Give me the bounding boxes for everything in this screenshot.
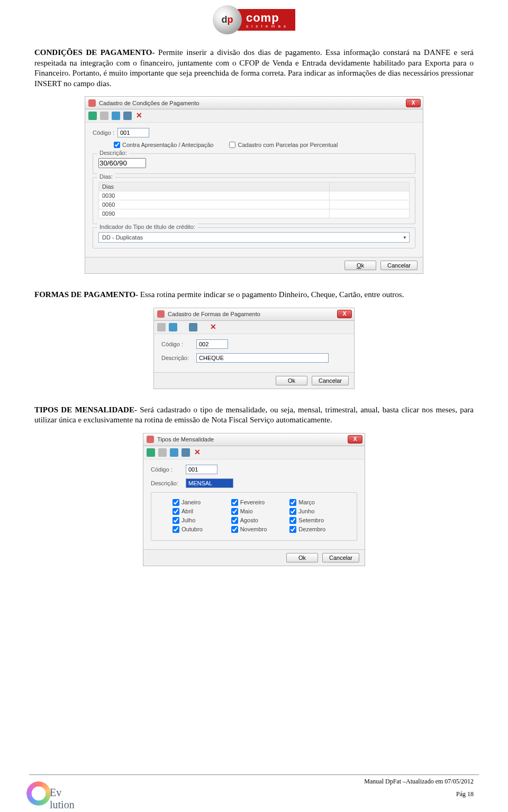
table-row[interactable]: 0060 [99, 200, 410, 209]
codigo-input[interactable] [186, 465, 217, 474]
delete-icon[interactable]: ✕ [209, 323, 217, 331]
chk-month[interactable]: Fevereiro [231, 499, 277, 506]
db-icon[interactable] [189, 323, 197, 331]
chk-month[interactable]: Janeiro [173, 499, 219, 506]
chk-month[interactable]: Novembro [231, 526, 277, 533]
month-label: Fevereiro [240, 499, 265, 505]
dias-table-header: Dias [99, 182, 330, 191]
ok-button[interactable]: Ok [276, 376, 307, 385]
codigo-label: Código : [161, 341, 193, 347]
dialog-condicoes-pagamento: Cadastro de Condições de Pagamento X ✕ C… [85, 96, 423, 274]
chk-marco[interactable] [289, 499, 296, 506]
chk-month[interactable]: Março [289, 499, 335, 506]
dias-cell: 0030 [99, 191, 330, 200]
group-indicador: Indicador do Tipo de título de crédito: … [93, 227, 415, 248]
chevron-down-icon: ▼ [403, 235, 407, 240]
save-icon[interactable] [88, 112, 97, 120]
chk-novembro[interactable] [231, 526, 238, 533]
dialog-title: Cadastro de Condições de Pagamento [99, 100, 406, 106]
indicador-dropdown[interactable]: DD - Duplicatas ▼ [98, 232, 410, 243]
delete-icon[interactable]: ✕ [135, 112, 143, 120]
logo-letter-p: p [227, 14, 233, 25]
dpcomp-logo: dp comp s i s t e m a s [34, 5, 474, 34]
section-formas-pagamento: FORMAS DE PAGAMENTO- Essa rotina permite… [34, 290, 474, 300]
print-icon[interactable] [100, 112, 108, 120]
month-label: Agosto [240, 517, 258, 523]
chk-contra-input[interactable] [114, 142, 120, 148]
chk-contra-label: Contra Apresentação / Antecipação [122, 142, 213, 148]
chk-outubro[interactable] [173, 526, 179, 533]
table-row[interactable]: 0030 [99, 191, 410, 200]
chk-maio[interactable] [231, 508, 238, 515]
chk-dezembro[interactable] [289, 526, 296, 533]
heading-condicoes: CONDIÇÕES DE PAGAMENTO- [34, 48, 155, 57]
chk-month[interactable]: Setembro [289, 517, 335, 524]
section-tipos-mensalidade: TIPOS DE MENSALIDADE- Será cadastrado o … [34, 405, 474, 426]
chk-setembro[interactable] [289, 517, 296, 524]
dias-table[interactable]: Dias 0030 0060 0090 [98, 182, 410, 218]
chk-month[interactable]: Julho [173, 517, 219, 524]
ok-button[interactable]: Ok [286, 553, 318, 562]
logo-sistemas-text: s i s t e m a s [246, 24, 287, 29]
codigo-label: Código : [93, 130, 114, 136]
descricao-input[interactable] [98, 158, 146, 168]
chk-julho[interactable] [173, 517, 179, 524]
print-icon[interactable] [158, 448, 167, 457]
search-icon[interactable] [112, 112, 120, 120]
chk-parcelas-percentual[interactable]: Cadastro com Parcelas por Percentual [229, 142, 338, 148]
ok-button[interactable]: Ok [344, 261, 376, 270]
heading-formas: FORMAS DE PAGAMENTO- [34, 290, 138, 299]
evolution-text: Ev lution [50, 787, 85, 811]
month-label: Setembro [298, 517, 324, 523]
chk-fevereiro[interactable] [231, 499, 238, 506]
chk-month[interactable]: Junho [289, 508, 335, 515]
footer-divider [29, 774, 479, 775]
chk-parcelas-input[interactable] [229, 142, 235, 148]
group-dias: Dias: Dias 0030 0060 0090 [93, 177, 415, 224]
chk-month[interactable]: Outubro [173, 526, 219, 533]
print-icon[interactable] [157, 323, 166, 331]
close-icon[interactable]: X [337, 310, 352, 318]
chk-month[interactable]: Dezembro [289, 526, 335, 533]
chk-abril[interactable] [173, 508, 179, 515]
dialog-toolbar: ✕ [154, 321, 354, 334]
table-row[interactable]: 0090 [99, 209, 410, 218]
chk-month[interactable]: Agosto [231, 517, 277, 524]
chk-contra-apresentacao[interactable]: Contra Apresentação / Antecipação [114, 142, 213, 148]
cancel-button[interactable]: Cancelar [380, 261, 418, 270]
search-icon[interactable] [169, 323, 177, 331]
chk-janeiro[interactable] [173, 499, 179, 506]
cancel-button[interactable]: Cancelar [322, 553, 359, 562]
delete-icon[interactable]: ✕ [193, 448, 202, 457]
dialog-icon [157, 310, 165, 318]
evolution-logo: Ev lution [26, 775, 85, 807]
search-icon[interactable] [170, 448, 178, 457]
descricao-input[interactable] [196, 353, 329, 363]
dialog-formas-pagamento: Cadastro de Formas de Pagamento X ✕ Códi… [153, 308, 355, 389]
chk-junho[interactable] [289, 508, 296, 515]
heading-tipos: TIPOS DE MENSALIDADE- [34, 405, 137, 414]
dialog-titlebar: Tipos de Mensalidade X [143, 433, 365, 446]
dialog-title: Cadastro de Formas de Pagamento [168, 311, 337, 317]
chk-month[interactable]: Abril [173, 508, 219, 515]
db-icon[interactable] [182, 448, 190, 457]
chk-month[interactable]: Maio [231, 508, 277, 515]
logo-comp-text: comp [246, 12, 287, 24]
save-icon[interactable] [147, 448, 155, 457]
dialog-toolbar: ✕ [85, 109, 423, 123]
db-icon[interactable] [123, 112, 132, 120]
codigo-input[interactable] [117, 128, 149, 137]
dias-legend: Dias: [97, 173, 115, 180]
descricao-input[interactable] [186, 478, 233, 488]
logo-sphere-icon: dp [213, 5, 242, 34]
close-icon[interactable]: X [406, 99, 421, 107]
close-icon[interactable]: X [348, 435, 362, 444]
chk-agosto[interactable] [231, 517, 238, 524]
codigo-input[interactable] [196, 339, 228, 349]
dias-cell: 0090 [99, 209, 330, 218]
cancel-button[interactable]: Cancelar [312, 376, 349, 385]
dialog-titlebar: Cadastro de Formas de Pagamento X [154, 308, 354, 321]
group-months: Janeiro Fevereiro Março Abril Maio Junho… [151, 492, 357, 541]
month-label: Novembro [240, 526, 267, 532]
dialog-icon [147, 436, 154, 443]
